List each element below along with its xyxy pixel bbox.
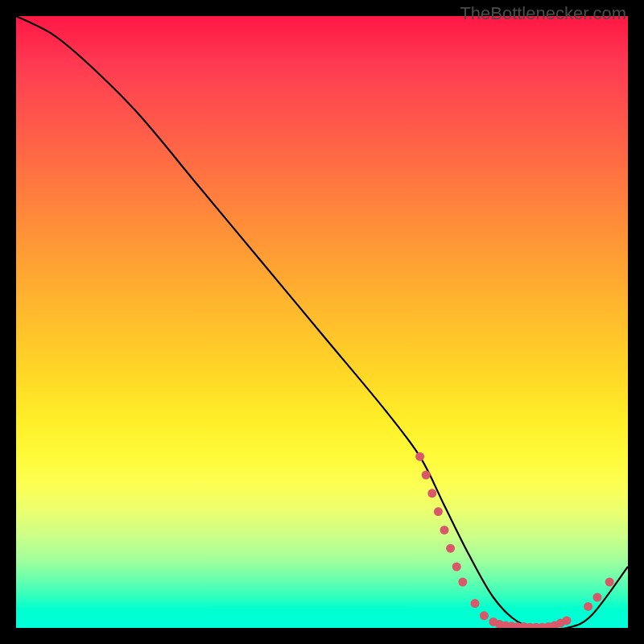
marker-dot bbox=[471, 599, 480, 608]
markers-group bbox=[415, 452, 614, 628]
marker-dot bbox=[427, 489, 436, 497]
marker-dot bbox=[452, 563, 461, 572]
plot-area bbox=[16, 16, 628, 628]
chart-svg bbox=[16, 16, 628, 628]
curve-line bbox=[16, 16, 628, 628]
marker-dot bbox=[593, 593, 602, 602]
watermark-text: TheBottlenecker.com bbox=[460, 3, 626, 24]
marker-dot bbox=[434, 507, 443, 516]
marker-dot bbox=[480, 611, 489, 620]
marker-dot bbox=[415, 452, 424, 461]
marker-dot bbox=[584, 602, 592, 611]
marker-dot bbox=[563, 616, 572, 625]
marker-dot bbox=[440, 526, 449, 535]
marker-dot bbox=[422, 471, 431, 480]
marker-dot bbox=[446, 544, 455, 553]
marker-dot bbox=[605, 578, 614, 587]
marker-dot bbox=[458, 578, 467, 587]
